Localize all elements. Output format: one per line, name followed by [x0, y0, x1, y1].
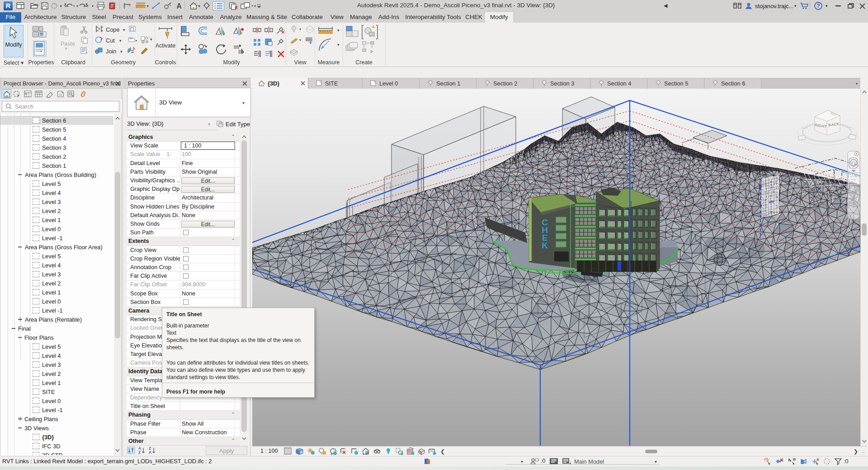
svg-text:A: A: [149, 450, 151, 455]
svg-text:A: A: [176, 2, 182, 10]
svg-text:K: K: [542, 241, 548, 250]
svg-text:Z: Z: [138, 450, 141, 455]
svg-text:?: ?: [816, 3, 820, 9]
svg-text:1: 1: [169, 3, 171, 7]
